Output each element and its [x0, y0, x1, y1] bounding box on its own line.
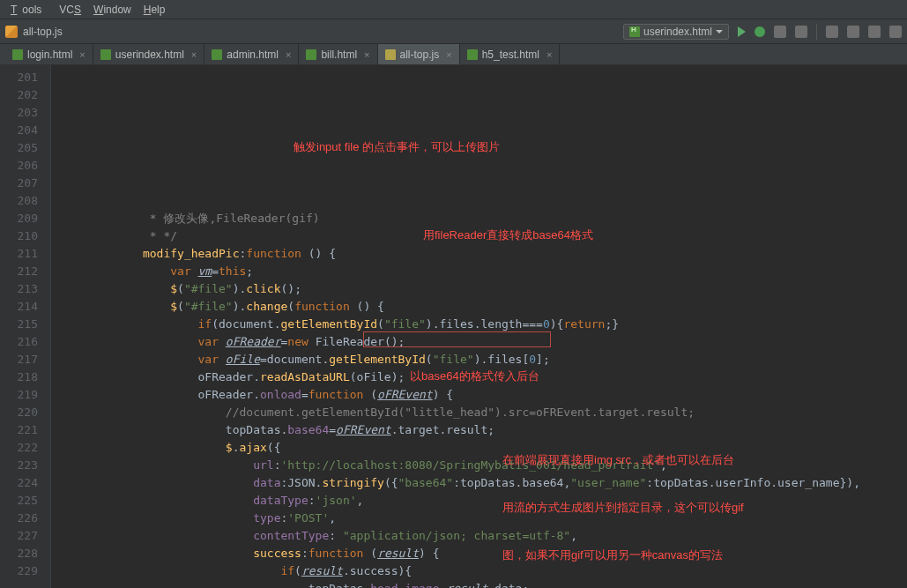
tab-all-top.js[interactable]: all-top.js×: [378, 44, 460, 64]
toolbar-icon-1[interactable]: [774, 26, 786, 38]
code-line[interactable]: if(document.getElementById("file").files…: [60, 316, 860, 333]
code-line[interactable]: contentType: "application/json; charset=…: [60, 527, 860, 545]
line-number: 225: [0, 492, 38, 510]
debug-icon[interactable]: [755, 26, 765, 37]
tab-label: admin.html: [227, 48, 279, 61]
code-line[interactable]: topDatas.head_image=result.data;: [60, 580, 860, 588]
line-number: 229: [0, 562, 38, 580]
line-number: 207: [0, 175, 38, 192]
code-line[interactable]: if(result.success){: [60, 562, 860, 580]
html-icon: [629, 26, 640, 37]
code-area[interactable]: 触发input file 的点击事件，可以上传图片 用fileReader直接转…: [51, 65, 860, 588]
close-icon[interactable]: ×: [544, 49, 552, 60]
line-number: 222: [0, 439, 38, 457]
line-number: 201: [0, 69, 38, 86]
file-icon: [5, 26, 18, 38]
line-number: 221: [0, 421, 38, 439]
menu-vcs[interactable]: VCS: [54, 2, 86, 18]
run-config-selector[interactable]: userindex.html: [623, 24, 729, 40]
tab-label: all-top.js: [400, 48, 440, 61]
close-icon[interactable]: ×: [443, 49, 451, 60]
run-config-label: userindex.html: [643, 26, 712, 38]
code-line[interactable]: oFReader.readAsDataURL(oFile);: [60, 368, 860, 386]
line-number: 227: [0, 527, 38, 545]
line-number: 212: [0, 263, 38, 280]
line-number: 208: [0, 192, 38, 210]
line-number: 217: [0, 351, 38, 368]
js-icon: [385, 49, 396, 60]
editor-tabs: login.html×userindex.html×admin.html×bil…: [0, 44, 907, 65]
line-number: 203: [0, 104, 38, 122]
toolbar: all-top.js userindex.html: [0, 19, 907, 44]
menu-tools[interactable]: Tools: [5, 2, 52, 18]
code-line[interactable]: * 修改头像,FileReader(gif): [60, 210, 860, 227]
line-number: 215: [0, 316, 38, 333]
code-line[interactable]: topDatas.base64=oFREvent.target.result;: [60, 421, 860, 439]
html-icon: [12, 49, 23, 60]
code-line[interactable]: var oFReader=new FileReader();: [60, 333, 860, 351]
annotation-1: 触发input file 的点击事件，可以上传图片: [294, 138, 500, 156]
line-number: 204: [0, 122, 38, 139]
close-icon[interactable]: ×: [77, 49, 85, 60]
current-file-label: all-top.js: [23, 26, 63, 38]
line-number: 226: [0, 510, 38, 527]
code-line[interactable]: dataType:'json',: [60, 492, 860, 510]
close-icon[interactable]: ×: [361, 49, 369, 60]
code-line[interactable]: * */: [60, 227, 860, 245]
code-line[interactable]: data:JSON.stringify({"base64":topDatas.b…: [60, 474, 860, 492]
toolbar-icon-2[interactable]: [795, 26, 807, 38]
line-number: 218: [0, 368, 38, 386]
tab-bill.html[interactable]: bill.html×: [299, 44, 377, 64]
line-number: 228: [0, 545, 38, 562]
tab-label: login.html: [27, 48, 72, 61]
tab-login.html[interactable]: login.html×: [5, 44, 93, 64]
code-line[interactable]: var oFile=document.getElementById("file"…: [60, 351, 860, 368]
tab-label: h5_test.html: [482, 48, 539, 61]
close-icon[interactable]: ×: [189, 49, 197, 60]
code-line[interactable]: success:function (result) {: [60, 545, 860, 562]
line-number: 211: [0, 245, 38, 263]
line-number: 205: [0, 139, 38, 157]
code-line[interactable]: $("#file").change(function () {: [60, 298, 860, 316]
code-line[interactable]: oFReader.onload=function (oFREvent) {: [60, 386, 860, 404]
menu-window[interactable]: Window: [88, 2, 137, 18]
line-number: 202: [0, 86, 38, 104]
tab-h5_test.html[interactable]: h5_test.html×: [460, 44, 561, 64]
line-number: 216: [0, 333, 38, 351]
html-icon: [212, 49, 222, 60]
toolbar-icon-3[interactable]: [826, 26, 838, 38]
html-icon: [100, 49, 111, 60]
code-line[interactable]: var vm=this;: [60, 263, 860, 280]
close-icon[interactable]: ×: [283, 49, 291, 60]
code-editor[interactable]: 2012022032042052062072082092102112122132…: [0, 65, 907, 588]
toolbar-icon-4[interactable]: [847, 26, 859, 38]
line-number: 210: [0, 227, 38, 245]
code-line[interactable]: $.ajax({: [60, 439, 860, 457]
line-number: 213: [0, 280, 38, 298]
line-number: 223: [0, 457, 38, 474]
code-line[interactable]: type:'POST',: [60, 510, 860, 527]
code-line[interactable]: modify_headPic:function () {: [60, 245, 860, 263]
menu-bar: Tools VCS Window Help: [0, 0, 907, 19]
menu-help[interactable]: Help: [138, 2, 171, 18]
tab-label: bill.html: [321, 48, 357, 61]
toolbar-icon-6[interactable]: [889, 26, 902, 38]
tab-label: userindex.html: [115, 48, 184, 61]
toolbar-icon-5[interactable]: [868, 26, 881, 38]
chevron-down-icon: [716, 30, 723, 33]
html-icon: [467, 49, 478, 60]
line-number: 219: [0, 386, 38, 404]
code-line[interactable]: $("#file").click();: [60, 280, 860, 298]
line-gutter: 2012022032042052062072082092102112122132…: [0, 65, 51, 588]
tab-userindex.html[interactable]: userindex.html×: [93, 44, 204, 64]
line-number: 224: [0, 474, 38, 492]
line-number: 206: [0, 157, 38, 175]
line-number: 220: [0, 404, 38, 421]
line-number: 209: [0, 210, 38, 227]
line-number: 214: [0, 298, 38, 316]
code-line[interactable]: //document.getElementById("little_head")…: [60, 404, 860, 421]
run-icon[interactable]: [738, 26, 746, 37]
html-icon: [306, 49, 316, 60]
code-line[interactable]: url:'http://localhost:8080/SpringMybatis…: [60, 457, 860, 474]
tab-admin.html[interactable]: admin.html×: [204, 44, 299, 64]
